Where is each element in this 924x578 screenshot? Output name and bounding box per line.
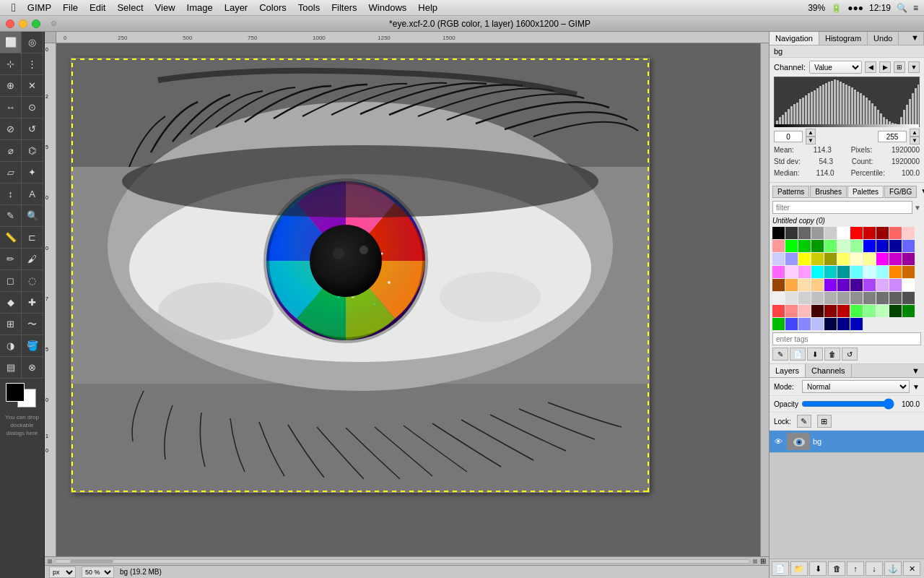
palette-swatch[interactable] xyxy=(798,318,811,330)
palette-swatch[interactable] xyxy=(863,292,876,304)
palette-swatch[interactable] xyxy=(785,279,798,291)
palette-swatch[interactable] xyxy=(889,253,902,265)
palette-swatch[interactable] xyxy=(850,318,863,330)
tool-text[interactable]: A xyxy=(22,184,43,205)
tool-ellipse-select[interactable]: ◎ xyxy=(22,32,43,53)
palette-swatch[interactable] xyxy=(889,292,902,304)
palette-swatch[interactable] xyxy=(811,266,824,278)
tab-patterns[interactable]: Patterns xyxy=(772,186,809,198)
palette-swatch[interactable] xyxy=(811,253,824,265)
tool-paintbrush[interactable]: 🖌 xyxy=(22,249,43,270)
tool-crop[interactable]: ⊘ xyxy=(0,118,22,140)
new-layer-btn[interactable]: 📄 xyxy=(772,561,789,576)
palette-swatch[interactable] xyxy=(863,227,876,239)
layers-panel-menu[interactable]: ▼ xyxy=(907,365,924,376)
anchor-layer-btn[interactable]: ⚓ xyxy=(884,561,902,576)
palette-swatch[interactable] xyxy=(889,240,902,252)
palette-swatch[interactable] xyxy=(798,305,811,317)
search-icon[interactable]: 🔍 xyxy=(897,3,907,13)
hist-max-input[interactable]: 255 xyxy=(878,131,907,142)
palette-swatch[interactable] xyxy=(889,305,902,317)
palette-swatch[interactable] xyxy=(850,292,863,304)
palette-swatch[interactable] xyxy=(798,227,811,239)
tab-navigation[interactable]: Navigation xyxy=(770,32,819,45)
tool-blend[interactable]: ▤ xyxy=(0,357,22,379)
palette-swatch[interactable] xyxy=(824,279,837,291)
palette-swatch[interactable] xyxy=(772,318,785,330)
tab-palettes[interactable]: Palettes xyxy=(847,186,884,198)
menu-edit[interactable]: Edit xyxy=(84,1,111,14)
canvas-zoom-icon[interactable]: ⊞ xyxy=(760,557,766,565)
tags-input[interactable] xyxy=(772,332,921,345)
histogram-settings-btn[interactable]: ▼ xyxy=(908,61,920,73)
palette-swatch[interactable] xyxy=(811,240,824,252)
palette-swatch[interactable] xyxy=(824,266,837,278)
palette-swatch[interactable] xyxy=(889,279,902,291)
palette-swatch[interactable] xyxy=(876,240,889,252)
palette-swatch[interactable] xyxy=(902,240,915,252)
layer-visibility-toggle[interactable]: 👁 xyxy=(772,436,784,447)
menu-file[interactable]: File xyxy=(57,1,84,14)
lock-pixels-btn[interactable]: ✎ xyxy=(797,415,811,428)
palette-swatch[interactable] xyxy=(889,227,902,239)
palette-swatch[interactable] xyxy=(876,292,889,304)
tool-eraser[interactable]: ◻ xyxy=(0,270,22,292)
tool-flip[interactable]: ↕ xyxy=(0,184,22,205)
channel-select[interactable]: Value Red Green Blue Alpha xyxy=(809,61,862,74)
menu-filters[interactable]: Filters xyxy=(326,1,362,14)
palette-swatch[interactable] xyxy=(772,253,785,265)
menu-help[interactable]: Help xyxy=(412,1,443,14)
palette-swatch[interactable] xyxy=(850,253,863,265)
palette-swatch[interactable] xyxy=(785,318,798,330)
tool-paths[interactable]: ⊏ xyxy=(22,227,43,249)
hist-max-down[interactable]: ▼ xyxy=(910,137,920,144)
tool-smudge[interactable]: 〜 xyxy=(22,314,43,335)
tool-scissors[interactable]: ✕ xyxy=(22,75,43,97)
palette-swatch[interactable] xyxy=(811,305,824,317)
maximize-button[interactable] xyxy=(32,20,40,28)
palette-swatch[interactable] xyxy=(811,279,824,291)
opacity-slider[interactable] xyxy=(801,398,894,410)
tool-pencil[interactable]: ✏ xyxy=(0,249,22,270)
palette-swatch[interactable] xyxy=(785,305,798,317)
palette-swatch[interactable] xyxy=(863,266,876,278)
lock-position-btn[interactable]: ⊞ xyxy=(817,415,832,428)
tab-channels[interactable]: Channels xyxy=(806,364,851,377)
layer-down-btn[interactable]: ↓ xyxy=(866,561,883,576)
palette-swatch[interactable] xyxy=(837,253,850,265)
palette-swatch[interactable] xyxy=(772,227,785,239)
histogram-view-btn[interactable]: ⊞ xyxy=(894,61,905,73)
tool-airbrush[interactable]: ◌ xyxy=(22,270,43,292)
palette-swatch[interactable] xyxy=(863,240,876,252)
palette-swatch[interactable] xyxy=(811,318,824,330)
palette-swatch[interactable] xyxy=(798,292,811,304)
palette-swatch[interactable] xyxy=(811,292,824,304)
palette-swatch[interactable] xyxy=(837,305,850,317)
tool-measure[interactable]: 📏 xyxy=(0,227,22,249)
foreground-background-colors[interactable] xyxy=(0,379,44,410)
palette-swatch[interactable] xyxy=(837,279,850,291)
palette-swatch[interactable] xyxy=(876,266,889,278)
canvas-container[interactable] xyxy=(56,43,760,556)
palette-swatch[interactable] xyxy=(902,227,915,239)
palette-swatch[interactable] xyxy=(850,266,863,278)
palette-swatch[interactable] xyxy=(850,227,863,239)
tab-histogram[interactable]: Histogram xyxy=(819,32,868,45)
palette-swatch[interactable] xyxy=(837,240,850,252)
palette-duplicate-btn[interactable]: ⬇ xyxy=(807,348,823,361)
palette-swatch[interactable] xyxy=(902,279,915,291)
tool-move[interactable]: ↔ xyxy=(0,97,22,118)
palette-swatch[interactable] xyxy=(863,279,876,291)
hist-min-up[interactable]: ▲ xyxy=(806,129,816,137)
palette-swatch[interactable] xyxy=(902,266,915,278)
palette-swatch[interactable] xyxy=(837,292,850,304)
palette-swatch[interactable] xyxy=(798,240,811,252)
tool-heal[interactable]: ✚ xyxy=(22,292,43,314)
tool-transform[interactable]: ✦ xyxy=(22,162,43,184)
tool-free-select[interactable]: ⊹ xyxy=(0,53,22,75)
palette-swatch[interactable] xyxy=(876,279,889,291)
tool-ink[interactable]: ◆ xyxy=(0,292,22,314)
tab-fgbg[interactable]: FG/BG xyxy=(884,186,917,198)
palette-swatch[interactable] xyxy=(785,292,798,304)
tool-rotate[interactable]: ↺ xyxy=(22,118,43,140)
